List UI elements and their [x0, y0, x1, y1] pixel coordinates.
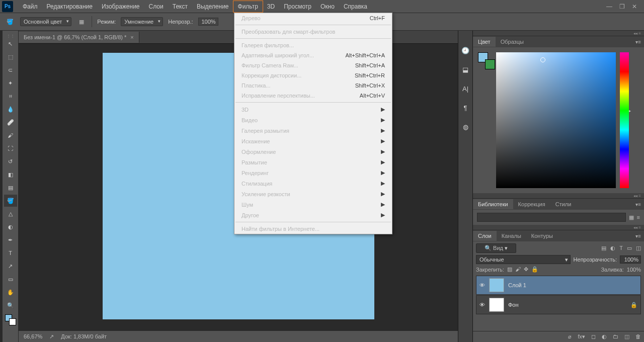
lock-position-icon[interactable]: ✥ [524, 266, 528, 273]
filter-menu-item[interactable]: 3D▶ [234, 104, 392, 115]
layer-thumbnail[interactable] [489, 298, 504, 312]
filter-menu-item[interactable]: ДеревоCtrl+F [234, 13, 392, 23]
grid-view-icon[interactable]: ▦ [629, 214, 634, 221]
tab-styles[interactable]: Стили [550, 199, 577, 209]
panel-menu-icon[interactable]: ▾≡ [635, 39, 641, 45]
layer-blend-dropdown[interactable]: Обычные [476, 255, 571, 264]
panel-menu-icon[interactable]: ▾≡ [635, 233, 641, 239]
tab-paths[interactable]: Контуры [526, 231, 558, 241]
hand-tool[interactable]: ✋ [4, 286, 17, 298]
history-icon[interactable]: 🕘 [461, 46, 470, 55]
filter-smart-icon[interactable]: ◫ [636, 245, 641, 251]
layer-thumbnail[interactable] [489, 278, 504, 292]
filter-pixel-icon[interactable]: ▤ [601, 245, 606, 251]
filter-menu-item[interactable]: Видео▶ [234, 115, 392, 125]
menu-файл[interactable]: Файл [18, 1, 42, 12]
library-picker[interactable] [477, 213, 626, 222]
layer-name[interactable]: Слой 1 [508, 282, 637, 288]
type-tool[interactable]: T [4, 247, 17, 259]
fill-source-dropdown[interactable]: Основной цвет [20, 17, 71, 26]
menu-просмотр[interactable]: Просмотр [279, 1, 316, 12]
visibility-icon[interactable]: 👁 [479, 282, 485, 288]
move-tool[interactable]: ↖ [4, 38, 17, 50]
filter-menu-item[interactable]: Адаптивный широкий угол...Alt+Shift+Ctrl… [234, 50, 392, 60]
zoom-value[interactable]: 66,67% [24, 333, 42, 339]
hue-slider[interactable]: ▸ [620, 52, 629, 188]
list-view-icon[interactable]: ≡ [637, 214, 640, 221]
layer-mask-icon[interactable]: ◻ [591, 333, 596, 340]
filter-menu-item[interactable]: Пластика...Shift+Ctrl+X [234, 80, 392, 91]
filter-menu-item[interactable]: Размытие▶ [234, 157, 392, 167]
filter-menu-item[interactable]: Шум▶ [234, 199, 392, 210]
filter-menu-item[interactable]: Коррекция дисторсии...Shift+Ctrl+R [234, 70, 392, 80]
tab-channels[interactable]: Каналы [497, 231, 526, 241]
filter-kind-dropdown[interactable]: 🔍 Вид ▾ [476, 243, 516, 253]
opacity-value[interactable]: 100% [198, 18, 218, 26]
new-layer-icon[interactable]: ◫ [624, 333, 629, 340]
menu-фильтр[interactable]: Фильтр [233, 1, 263, 12]
gradient-tool[interactable]: ▤ [4, 182, 17, 194]
filter-menu-item[interactable]: Другое▶ [234, 210, 392, 220]
layer-name[interactable]: Фон [508, 302, 626, 308]
menu-изображение[interactable]: Изображение [97, 1, 144, 12]
properties-icon[interactable]: ⬓ [461, 65, 470, 74]
path-select-tool[interactable]: ↗ [4, 260, 17, 272]
tab-adjustments[interactable]: Коррекция [513, 199, 550, 209]
eyedropper-tool[interactable]: 💧 [4, 103, 17, 115]
filter-menu-item[interactable]: Оформление▶ [234, 146, 392, 157]
history-brush-tool[interactable]: ↺ [4, 155, 17, 167]
brush-tool[interactable]: 🖌 [4, 129, 17, 141]
color-field[interactable] [496, 52, 616, 188]
maximize-button[interactable]: ❐ [619, 3, 625, 10]
shape-tool[interactable]: ▭ [4, 273, 17, 285]
layer-row[interactable]: 👁Слой 1 [476, 276, 641, 295]
visibility-icon[interactable]: 👁 [479, 302, 485, 308]
adjustment-layer-icon[interactable]: ◐ [602, 333, 607, 340]
filter-menu-item[interactable]: Усиление резкости▶ [234, 189, 392, 199]
filter-shape-icon[interactable]: ▭ [627, 245, 632, 251]
tab-libraries[interactable]: Библиотеки [473, 199, 513, 209]
pattern-picker[interactable]: ▦ [76, 17, 87, 27]
dodge-tool[interactable]: ◐ [4, 221, 17, 233]
lock-pixels-icon[interactable]: 🖌 [515, 266, 521, 273]
pen-tool[interactable]: ✒ [4, 234, 17, 246]
eraser-tool[interactable]: ◧ [4, 168, 17, 181]
document-tab[interactable]: Без имени-1 @ 66,7% (Слой 1, RGB/8) * × [19, 32, 139, 43]
menu-справка[interactable]: Справка [339, 1, 372, 12]
close-button[interactable]: ✕ [632, 3, 637, 10]
magic-wand-tool[interactable]: ✦ [4, 77, 17, 89]
marquee-tool[interactable]: ⬚ [4, 51, 17, 63]
lock-transparent-icon[interactable]: ▨ [507, 266, 512, 273]
panel-menu-icon[interactable]: ▾≡ [635, 202, 641, 207]
minimize-button[interactable]: — [606, 3, 612, 10]
filter-menu-item[interactable]: Галерея фильтров... [234, 40, 392, 50]
character-icon[interactable]: A| [461, 84, 470, 93]
tab-swatches[interactable]: Образцы [496, 37, 529, 47]
delete-layer-icon[interactable]: 🗑 [635, 333, 641, 340]
tab-layers[interactable]: Слои [473, 231, 497, 241]
bucket-tool[interactable]: 🪣 [4, 195, 17, 207]
filter-menu-item[interactable]: Фильтр Camera Raw...Shift+Ctrl+A [234, 60, 392, 70]
filter-adjust-icon[interactable]: ◐ [610, 245, 615, 251]
healing-tool[interactable]: 🩹 [4, 116, 17, 128]
menu-3d[interactable]: 3D [263, 1, 279, 12]
menu-выделение[interactable]: Выделение [192, 1, 233, 12]
share-icon[interactable]: ↗ [49, 333, 54, 340]
3d-icon[interactable]: ◍ [461, 122, 470, 131]
filter-menu-item[interactable]: Искажение▶ [234, 136, 392, 146]
blur-tool[interactable]: △ [4, 208, 17, 220]
crop-tool[interactable]: ⌗ [4, 90, 17, 102]
link-layers-icon[interactable]: ⌀ [568, 333, 572, 340]
close-tab-icon[interactable]: × [130, 34, 133, 40]
zoom-tool[interactable]: 🔍 [4, 299, 17, 311]
filter-menu-item[interactable]: Найти фильтры в Интернете... [234, 224, 392, 234]
color-swatches[interactable] [5, 314, 16, 325]
filter-menu-item[interactable]: Исправление перспективы...Alt+Ctrl+V [234, 91, 392, 101]
filter-menu-item[interactable]: Рендеринг▶ [234, 167, 392, 178]
filter-menu-item[interactable]: Стилизация▶ [234, 178, 392, 189]
paragraph-icon[interactable]: ¶ [461, 103, 470, 112]
menu-текст[interactable]: Текст [168, 1, 192, 12]
fg-bg-swatch[interactable] [478, 52, 492, 66]
filter-menu-item[interactable]: Галерея размытия▶ [234, 125, 392, 136]
menu-редактирование[interactable]: Редактирование [42, 1, 97, 12]
